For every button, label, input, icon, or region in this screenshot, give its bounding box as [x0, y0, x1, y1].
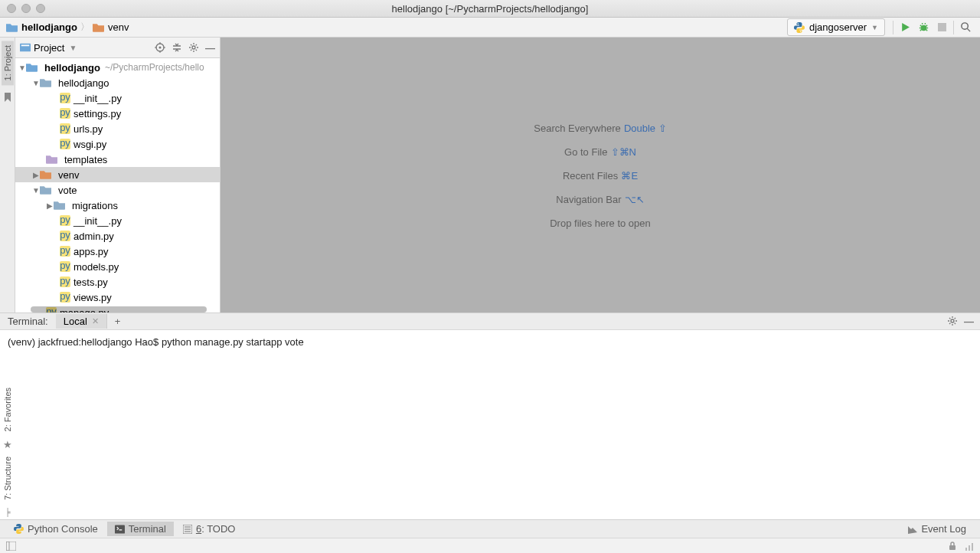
terminal-tab-local[interactable]: Local ✕	[56, 314, 107, 329]
star-icon[interactable]: ★	[3, 439, 12, 450]
python-file-icon: py	[60, 139, 70, 149]
python-file-icon: py	[60, 292, 70, 303]
locate-icon[interactable]	[155, 42, 165, 53]
tool-tab-python-console[interactable]: Python Console	[6, 522, 106, 536]
navigation-bar: hellodjango 〉 venv djangoserver ▼	[0, 18, 980, 38]
svg-rect-40	[949, 545, 956, 550]
tree-file[interactable]: pymodels.py	[15, 259, 220, 274]
folder-icon	[93, 23, 104, 32]
svg-rect-39	[6, 542, 9, 551]
svg-point-35	[951, 319, 954, 322]
tree-label: tests.py	[74, 276, 108, 288]
hide-button[interactable]: —	[964, 316, 974, 327]
folder-icon	[40, 185, 51, 195]
run-configuration-selector[interactable]: djangoserver ▼	[787, 18, 885, 36]
tree-folder-hellodjango[interactable]: ▼ hellodjango	[15, 75, 220, 90]
terminal-line: (venv) jackfrued:hellodjango Hao$ python…	[8, 336, 304, 348]
python-icon	[794, 22, 805, 33]
breadcrumb-root-label: hellodjango	[21, 21, 77, 33]
tree-file[interactable]: pyadmin.py	[15, 228, 220, 244]
tree-file[interactable]: py__init__.py	[15, 90, 220, 106]
run-button[interactable]	[897, 19, 913, 36]
bookmark-icon[interactable]	[3, 93, 12, 102]
tree-file[interactable]: pysettings.py	[15, 106, 220, 121]
svg-text:py: py	[60, 261, 70, 271]
tree-file[interactable]: pyurls.py	[15, 121, 220, 136]
tool-tab-favorites[interactable]: 2: Favorites	[2, 383, 14, 436]
tree-label: views.py	[74, 292, 112, 303]
tool-windows-icon[interactable]	[6, 542, 16, 551]
breadcrumb-current-label: venv	[108, 21, 129, 33]
project-panel-title[interactable]: Project	[34, 42, 64, 54]
left-tool-strip: 1: Project	[0, 38, 15, 312]
tree-folder-templates[interactable]: templates	[15, 152, 220, 167]
terminal-output[interactable]: (venv) jackfrued:hellodjango Hao$ python…	[0, 330, 980, 519]
close-window-button[interactable]	[7, 4, 16, 13]
tool-tab-event-log[interactable]: Event Log	[900, 522, 974, 536]
search-button[interactable]	[957, 19, 974, 36]
python-file-icon: py	[60, 231, 70, 241]
disclosure-triangle[interactable]: ▼	[18, 64, 26, 72]
new-terminal-button[interactable]: +	[107, 316, 129, 327]
gear-icon[interactable]	[188, 42, 199, 53]
folder-icon	[46, 155, 57, 164]
tree-label: __init__.py	[74, 93, 122, 104]
tool-tab-project[interactable]: 1: Project	[2, 41, 14, 85]
breadcrumb-root[interactable]: hellodjango	[6, 21, 77, 33]
window-title: hellodjango [~/PycharmProjects/hellodjan…	[0, 3, 980, 15]
tree-file[interactable]: py__init__.py	[15, 213, 220, 228]
tool-tab-terminal[interactable]: Terminal	[107, 522, 174, 536]
event-log-icon	[908, 525, 917, 534]
toolbar-divider	[893, 21, 893, 34]
tool-tab-structure[interactable]: 7: Structure	[2, 452, 14, 505]
chevron-down-icon[interactable]: ▼	[69, 44, 77, 52]
hint-navigation-bar: Navigation Bar ⌥↖	[556, 192, 644, 205]
tab-label: Terminal	[129, 523, 166, 535]
tree-root[interactable]: ▼ hellodjango ~/PycharmProjects/hello	[15, 60, 220, 75]
python-file-icon: py	[60, 93, 70, 103]
svg-rect-43	[972, 543, 973, 551]
tree-path: ~/PycharmProjects/hello	[105, 62, 204, 73]
minimize-window-button[interactable]	[21, 4, 31, 13]
tab-label: Python Console	[28, 523, 98, 535]
scrollbar[interactable]	[31, 306, 207, 312]
editor-empty-state[interactable]: Search Everywhere Double ⇧ Go to File ⇧⌘…	[220, 38, 980, 312]
debug-button[interactable]	[915, 19, 932, 36]
svg-rect-38	[6, 542, 16, 551]
toolbar-divider	[953, 21, 954, 34]
tab-label: Event Log	[921, 523, 966, 535]
svg-text:py: py	[60, 276, 70, 286]
disclosure-triangle[interactable]: ▼	[32, 186, 40, 195]
gear-icon[interactable]	[947, 316, 958, 326]
tree-label: migrations	[72, 200, 118, 211]
tree-folder-venv[interactable]: ▶ venv	[15, 167, 220, 182]
indicator-icon[interactable]	[965, 542, 974, 551]
disclosure-triangle[interactable]: ▶	[32, 171, 40, 179]
tool-tab-todo[interactable]: 6: TODO	[175, 522, 243, 536]
disclosure-triangle[interactable]: ▼	[32, 79, 40, 87]
tree-label: apps.py	[74, 246, 109, 257]
run-config-label: djangoserver	[809, 21, 867, 33]
collapse-all-icon[interactable]	[172, 42, 182, 53]
breadcrumb-current[interactable]: venv	[93, 21, 129, 33]
disclosure-triangle[interactable]: ▶	[46, 201, 54, 210]
bottom-tool-strip: Python Console Terminal 6: TODO Event Lo…	[0, 519, 980, 538]
tree-folder-migrations[interactable]: ▶ migrations	[15, 198, 220, 213]
tree-file[interactable]: pywsgi.py	[15, 136, 220, 152]
project-tree[interactable]: ▼ hellodjango ~/PycharmProjects/hello ▼ …	[15, 58, 220, 312]
lock-icon[interactable]	[948, 542, 957, 551]
svg-text:py: py	[60, 292, 70, 302]
traffic-lights[interactable]	[0, 4, 45, 13]
tree-file[interactable]: pyviews.py	[15, 290, 220, 305]
tree-file[interactable]: pyapps.py	[15, 244, 220, 259]
hide-button[interactable]: —	[205, 42, 215, 54]
hint-drop-files: Drop files here to open	[550, 216, 651, 229]
structure-icon[interactable]: ╞	[5, 508, 10, 516]
close-icon[interactable]: ✕	[92, 316, 99, 326]
zoom-window-button[interactable]	[36, 4, 45, 13]
tree-label: wsgi.py	[74, 139, 106, 150]
folder-icon	[54, 201, 65, 210]
tree-folder-vote[interactable]: ▼ vote	[15, 182, 220, 198]
tree-file[interactable]: pytests.py	[15, 274, 220, 290]
project-tool-window: Project ▼ — ▼ hellodjango ~/PycharmProje…	[15, 38, 220, 312]
